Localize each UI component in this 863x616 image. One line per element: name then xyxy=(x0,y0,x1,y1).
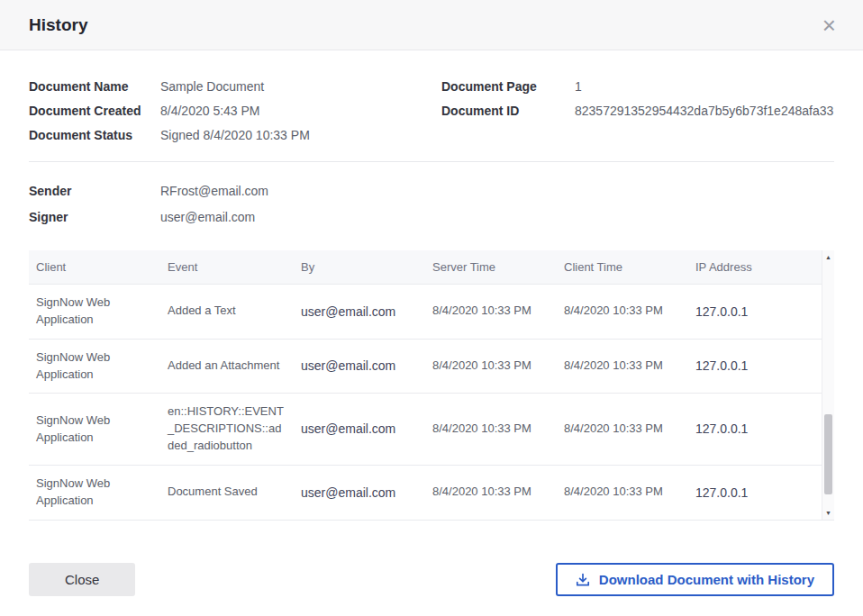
document-name-value: Sample Document xyxy=(160,79,264,94)
table-row: SignNow Web Application Document Saved u… xyxy=(29,465,834,519)
cell-client: SignNow Web Application xyxy=(29,394,160,466)
cell-by: user@email.com xyxy=(294,285,425,340)
history-table: Client Event By Server Time Client Time … xyxy=(29,250,834,520)
cell-server-time: 8/4/2020 10:33 PM xyxy=(425,394,557,466)
column-header-client-time: Client Time xyxy=(557,250,688,285)
history-modal: History × Document Name Sample Document … xyxy=(0,0,863,616)
document-created-label: Document Created xyxy=(29,104,160,118)
table-row: SignNow Web Application en::HISTORY::EVE… xyxy=(29,394,834,466)
cell-client: SignNow Web Application xyxy=(29,339,160,394)
document-status-row: Document Status Signed 8/4/2020 10:33 PM xyxy=(29,128,441,142)
document-created-row: Document Created 8/4/2020 5:43 PM xyxy=(29,104,441,118)
scrollbar-track[interactable] xyxy=(822,263,834,507)
document-status-label: Document Status xyxy=(29,128,160,142)
cell-by: user@email.com xyxy=(294,465,425,519)
close-button[interactable]: Close xyxy=(29,563,135,596)
section-divider xyxy=(29,161,834,162)
document-id-value: 82357291352954432da7b5y6b73f1e248afa33 xyxy=(575,104,833,118)
cell-client: SignNow Web Application xyxy=(29,285,160,340)
document-id-label: Document ID xyxy=(441,104,575,118)
column-header-client: Client xyxy=(29,250,160,285)
document-name-row: Document Name Sample Document xyxy=(29,79,441,94)
cell-client-time: 8/4/2020 10:33 PM xyxy=(557,465,688,519)
download-document-button[interactable]: Download Document with History xyxy=(556,563,834,596)
scrollbar-up-icon[interactable]: ▲ xyxy=(822,250,834,263)
parties-section: Sender RFrost@email.com Signer user@emai… xyxy=(29,184,834,236)
cell-ip: 127.0.0.1 xyxy=(688,339,834,394)
modal-header: History × xyxy=(0,0,863,50)
table-scrollbar[interactable]: ▲ ▼ xyxy=(822,250,834,520)
signer-label: Signer xyxy=(29,210,160,224)
cell-server-time: 8/4/2020 10:33 PM xyxy=(425,339,557,394)
column-header-ip-address: IP Address xyxy=(688,250,834,285)
document-info-section: Document Name Sample Document Document C… xyxy=(29,79,834,152)
cell-ip: 127.0.0.1 xyxy=(688,285,834,340)
download-button-label: Download Document with History xyxy=(599,572,814,587)
column-header-server-time: Server Time xyxy=(425,250,557,285)
download-icon xyxy=(576,573,590,587)
cell-client-time: 8/4/2020 10:33 PM xyxy=(557,285,688,340)
cell-event: Document Saved xyxy=(160,465,294,519)
history-table-container: Client Event By Server Time Client Time … xyxy=(29,250,834,521)
document-name-label: Document Name xyxy=(29,79,160,94)
document-info-right: Document Page 1 Document ID 823572913529… xyxy=(441,79,834,152)
table-header-row: Client Event By Server Time Client Time … xyxy=(29,250,834,285)
cell-client-time: 8/4/2020 10:33 PM xyxy=(557,339,688,394)
modal-footer: Close Download Document with History xyxy=(0,563,863,616)
document-status-value: Signed 8/4/2020 10:33 PM xyxy=(160,128,310,142)
table-row: SignNow Web Application Added an Attachm… xyxy=(29,339,834,394)
document-created-value: 8/4/2020 5:43 PM xyxy=(160,104,260,118)
cell-client: SignNow Web Application xyxy=(29,465,160,519)
column-header-event: Event xyxy=(160,250,294,285)
cell-event: Added a Text xyxy=(160,285,294,340)
close-icon[interactable]: × xyxy=(819,12,840,39)
cell-server-time: 8/4/2020 10:33 PM xyxy=(425,465,557,519)
cell-event: en::HISTORY::EVENT_DESCRIPTIONS::added_r… xyxy=(160,394,294,466)
scrollbar-thumb[interactable] xyxy=(824,414,832,494)
column-header-by: By xyxy=(294,250,425,285)
cell-client-time: 8/4/2020 10:33 PM xyxy=(557,394,688,466)
cell-server-time: 8/4/2020 10:33 PM xyxy=(425,285,557,340)
scrollbar-down-icon[interactable]: ▼ xyxy=(822,507,834,520)
signer-row: Signer user@email.com xyxy=(29,210,834,224)
signer-value: user@email.com xyxy=(160,210,255,224)
history-table-body: SignNow Web Application Added a Text use… xyxy=(29,285,834,520)
sender-value: RFrost@email.com xyxy=(160,184,268,198)
document-page-row: Document Page 1 xyxy=(441,79,834,94)
cell-by: user@email.com xyxy=(294,394,425,466)
cell-ip: 127.0.0.1 xyxy=(688,394,834,466)
modal-title: History xyxy=(29,15,87,35)
document-info-left: Document Name Sample Document Document C… xyxy=(29,79,441,152)
cell-ip: 127.0.0.1 xyxy=(688,465,834,519)
sender-row: Sender RFrost@email.com xyxy=(29,184,834,198)
document-page-label: Document Page xyxy=(441,79,575,94)
cell-by: user@email.com xyxy=(294,339,425,394)
table-row: SignNow Web Application Added a Text use… xyxy=(29,285,834,340)
cell-event: Added an Attachment xyxy=(160,339,294,394)
modal-body: Document Name Sample Document Document C… xyxy=(0,50,863,563)
document-page-value: 1 xyxy=(575,79,582,94)
document-id-row: Document ID 82357291352954432da7b5y6b73f… xyxy=(441,104,834,118)
sender-label: Sender xyxy=(29,184,160,198)
